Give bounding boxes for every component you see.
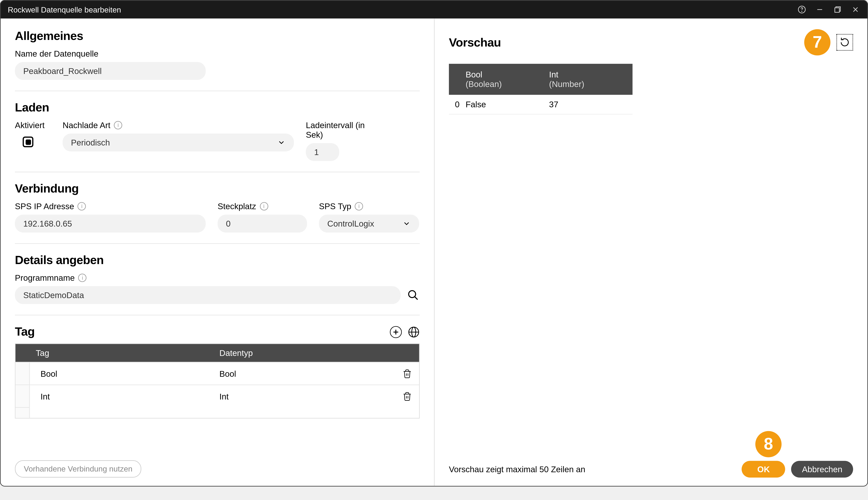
preview-cell: False (466, 100, 549, 109)
delete-row-button[interactable] (395, 369, 419, 378)
minimize-icon[interactable] (815, 5, 824, 14)
chevron-down-icon (402, 219, 411, 228)
window-title: Rockwell Datenquelle bearbeiten (8, 5, 797, 14)
dialog-window: Rockwell Datenquelle bearbeiten Allgemei… (0, 0, 868, 487)
trash-icon (402, 391, 412, 401)
refresh-button[interactable] (836, 34, 853, 51)
section-connection-title: Verbindung (15, 182, 420, 195)
activated-label: Aktiviert (15, 121, 51, 130)
left-panel: Allgemeines Name der Datenquelle Laden A… (1, 19, 435, 486)
info-icon[interactable]: i (355, 202, 363, 211)
step-badge-7: 7 (804, 29, 831, 55)
section-details-title: Details angeben (15, 253, 420, 267)
ip-label: SPS IP Adresse i (15, 202, 206, 211)
table-row[interactable]: Bool Bool (15, 362, 419, 384)
tag-name-cell: Int (30, 391, 217, 401)
progname-label: Programmname i (15, 273, 420, 283)
svg-point-1 (802, 11, 802, 11)
sps-type-select[interactable]: ControlLogix (319, 215, 419, 232)
slot-label: Steckplatz i (218, 202, 307, 211)
interval-input[interactable] (306, 143, 339, 161)
ip-input[interactable] (15, 215, 206, 232)
info-icon[interactable]: i (114, 121, 122, 129)
tag-table: Tag Datentyp Bool Bool Int Int (15, 343, 420, 419)
row-index: 0 (449, 100, 466, 109)
preview-row: 0False37 (449, 95, 632, 114)
delete-row-button[interactable] (395, 391, 419, 401)
activated-checkbox[interactable] (23, 136, 33, 147)
right-panel: Vorschau 7 Bool(Boolean)Int(Number) 0Fal… (435, 19, 867, 486)
preview-col-header: Int(Number) (549, 64, 632, 95)
search-icon[interactable] (407, 288, 420, 302)
preview-table: Bool(Boolean)Int(Number) 0False37 (449, 64, 632, 114)
svg-line-8 (414, 296, 418, 299)
add-tag-button[interactable] (390, 326, 402, 338)
step-badge-8: 8 (755, 431, 781, 457)
tag-col-name-header: Tag (32, 348, 217, 357)
info-icon[interactable]: i (260, 202, 268, 211)
drag-handle[interactable] (15, 385, 30, 407)
datasource-name-input[interactable] (15, 62, 206, 80)
reload-type-label: Nachlade Art i (63, 121, 294, 130)
slot-input[interactable] (218, 215, 307, 232)
tag-type-cell: Bool (217, 369, 395, 378)
preview-cell: 37 (549, 100, 632, 109)
ok-button[interactable]: OK (742, 461, 785, 478)
globe-icon[interactable] (408, 326, 420, 338)
section-loading-title: Laden (15, 101, 420, 114)
cancel-button[interactable]: Abbrechen (791, 461, 853, 478)
svg-point-7 (409, 291, 415, 298)
titlebar: Rockwell Datenquelle bearbeiten (1, 1, 867, 19)
chevron-down-icon (277, 138, 286, 147)
sps-type-label: SPS Typ i (319, 202, 419, 211)
drag-handle[interactable] (15, 363, 30, 385)
close-icon[interactable] (850, 5, 860, 14)
use-existing-connection-button[interactable]: Vorhandene Verbindung nutzen (15, 460, 141, 478)
progname-input[interactable] (15, 286, 401, 304)
help-icon[interactable] (797, 5, 807, 14)
preview-footer-note: Vorschau zeigt maximal 50 Zeilen an (449, 464, 742, 474)
tag-name-cell: Bool (30, 369, 217, 378)
interval-label: Ladeintervall (in Sek) (306, 121, 377, 139)
preview-title: Vorschau (449, 35, 804, 49)
svg-rect-4 (835, 8, 840, 12)
trash-icon (402, 369, 412, 378)
reload-type-select[interactable]: Periodisch (63, 134, 294, 151)
preview-col-header: Bool(Boolean) (466, 64, 549, 95)
info-icon[interactable]: i (78, 202, 86, 211)
section-tag-title: Tag (15, 325, 35, 339)
table-row[interactable]: Int Int (15, 385, 419, 407)
info-icon[interactable]: i (78, 274, 87, 282)
name-label: Name der Datenquelle (15, 49, 420, 58)
maximize-icon[interactable] (833, 5, 842, 14)
tag-type-cell: Int (217, 391, 395, 401)
tag-col-type-header: Datentyp (217, 348, 395, 357)
section-general-title: Allgemeines (15, 29, 420, 43)
